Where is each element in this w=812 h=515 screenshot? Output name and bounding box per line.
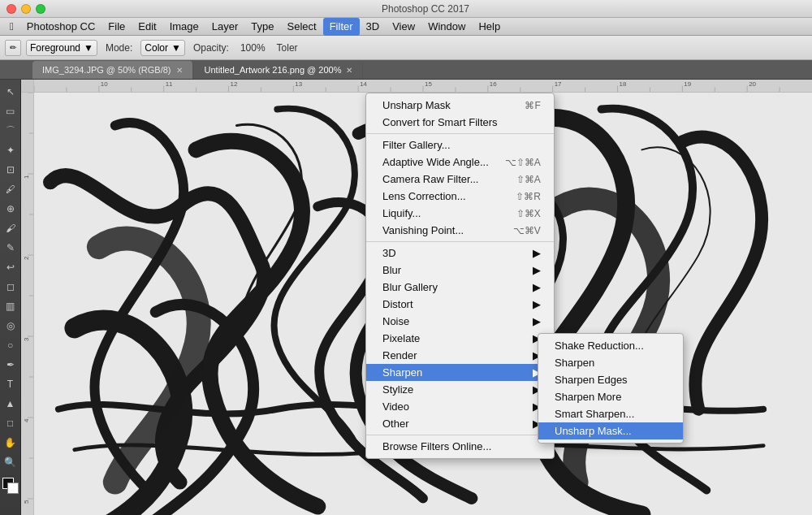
svg-text:1: 1 bbox=[23, 175, 30, 179]
tool-heal[interactable]: ⊕ bbox=[2, 200, 19, 218]
tool-move[interactable]: ↖ bbox=[2, 83, 19, 101]
filter-vanishing-point[interactable]: Vanishing Point... ⌥⌘V bbox=[366, 222, 554, 239]
tool-eraser[interactable]: ◻ bbox=[2, 278, 19, 296]
tool-pen[interactable]: ✒ bbox=[2, 356, 19, 374]
tool-shape[interactable]: □ bbox=[2, 414, 19, 432]
filter-blur-gallery[interactable]: Blur Gallery ▶ bbox=[366, 279, 554, 296]
tool-dodge[interactable]: ○ bbox=[2, 336, 19, 354]
tab-img3294[interactable]: IMG_3294.JPG @ 50% (RGB/8) ✕ bbox=[32, 61, 193, 79]
menu-view[interactable]: View bbox=[386, 18, 421, 36]
window-title: Photoshop CC 2017 bbox=[45, 3, 806, 15]
canvas-bg: Unsharp Mask ⌘F Convert for Smart Filter… bbox=[34, 93, 812, 515]
tool-blur[interactable]: ◎ bbox=[2, 317, 19, 335]
svg-text:12: 12 bbox=[230, 81, 237, 89]
separator-2 bbox=[366, 241, 554, 242]
main-area: ↖ ▭ ⌒ ✦ ⊡ 🖋 ⊕ 🖌 ✎ ↩ ◻ ▥ ◎ ○ ✒ T ▲ □ ✋ 🔍 bbox=[0, 80, 812, 515]
svg-text:16: 16 bbox=[490, 81, 497, 89]
filter-browse-online[interactable]: Browse Filters Online... bbox=[366, 438, 554, 455]
svg-text:17: 17 bbox=[555, 81, 562, 89]
filter-adaptive-wide[interactable]: Adaptive Wide Angle... ⌥⇧⌘A bbox=[366, 154, 554, 171]
tool-crop[interactable]: ⊡ bbox=[2, 161, 19, 179]
canvas-container: 10 11 12 13 14 15 16 17 18 19 20 bbox=[21, 80, 812, 515]
menu-file[interactable]: File bbox=[102, 18, 132, 36]
tab-close-img3294[interactable]: ✕ bbox=[176, 66, 183, 75]
tool-eyedropper[interactable]: 🖋 bbox=[2, 180, 19, 198]
ruler-corner bbox=[21, 80, 34, 93]
mode-select[interactable]: Color ▼ bbox=[140, 40, 185, 56]
ruler-vertical: 1 2 3 4 5 6 bbox=[21, 93, 34, 515]
filter-gallery[interactable]: Filter Gallery... bbox=[366, 136, 554, 154]
filter-sharpen[interactable]: Sharpen ▶ bbox=[366, 364, 554, 381]
filter-3d[interactable]: 3D ▶ bbox=[366, 245, 554, 262]
svg-text:5: 5 bbox=[23, 500, 30, 504]
menu-photoshop[interactable]: Photoshop CC bbox=[20, 18, 102, 36]
menu-select[interactable]: Select bbox=[281, 18, 323, 36]
maximize-button[interactable] bbox=[36, 4, 45, 14]
tool-clone[interactable]: ✎ bbox=[2, 239, 19, 257]
svg-text:11: 11 bbox=[166, 81, 173, 89]
foreground-select[interactable]: Foreground ▼ bbox=[26, 40, 97, 56]
tool-brush[interactable]: 🖌 bbox=[2, 219, 19, 237]
menu-3d[interactable]: 3D bbox=[360, 18, 387, 36]
tool-hand[interactable]: ✋ bbox=[2, 434, 19, 452]
menu-layer[interactable]: Layer bbox=[205, 18, 245, 36]
svg-rect-36 bbox=[21, 93, 34, 515]
mode-label: Mode: bbox=[102, 41, 136, 55]
opacity-label: Opacity: bbox=[190, 41, 232, 55]
separator-3 bbox=[366, 435, 554, 435]
tool-lasso[interactable]: ⌒ bbox=[2, 122, 19, 140]
filter-other[interactable]: Other ▶ bbox=[366, 415, 554, 432]
tool-gradient[interactable]: ▥ bbox=[2, 297, 19, 315]
tab-untitled[interactable]: Untitled_Artwork 216.png @ 200% ✕ bbox=[195, 61, 364, 79]
filter-liquify[interactable]: Liquify... ⇧⌘X bbox=[366, 205, 554, 222]
ruler-horizontal: 10 11 12 13 14 15 16 17 18 19 20 bbox=[34, 80, 812, 93]
filter-distort[interactable]: Distort ▶ bbox=[366, 296, 554, 313]
filter-lens-correction[interactable]: Lens Correction... ⇧⌘R bbox=[366, 188, 554, 205]
menu-apple[interactable]:  bbox=[3, 18, 20, 36]
tool-icon: ✏ bbox=[5, 40, 21, 56]
fg-bg-colors[interactable] bbox=[2, 478, 19, 494]
menu-help[interactable]: Help bbox=[472, 18, 507, 36]
svg-text:18: 18 bbox=[619, 81, 626, 89]
svg-text:13: 13 bbox=[295, 81, 302, 89]
tool-path-select[interactable]: ▲ bbox=[2, 395, 19, 413]
tool-magic-wand[interactable]: ✦ bbox=[2, 141, 19, 159]
menu-filter[interactable]: Filter bbox=[323, 18, 360, 36]
svg-text:19: 19 bbox=[684, 81, 691, 89]
tool-zoom[interactable]: 🔍 bbox=[2, 453, 19, 471]
filter-menu-dropdown[interactable]: Unsharp Mask ⌘F Convert for Smart Filter… bbox=[365, 93, 555, 459]
toler-label: Toler bbox=[274, 41, 301, 55]
close-button[interactable] bbox=[6, 4, 16, 14]
menu-window[interactable]: Window bbox=[421, 18, 472, 36]
filter-stylize[interactable]: Stylize ▶ bbox=[366, 381, 554, 398]
filter-pixelate[interactable]: Pixelate ▶ bbox=[366, 330, 554, 347]
filter-noise[interactable]: Noise ▶ bbox=[366, 313, 554, 330]
svg-text:3: 3 bbox=[23, 337, 30, 341]
opacity-value: 100% bbox=[237, 41, 269, 55]
tool-text[interactable]: T bbox=[2, 375, 19, 393]
svg-text:20: 20 bbox=[749, 81, 756, 89]
filter-video[interactable]: Video ▶ bbox=[366, 398, 554, 415]
menu-image[interactable]: Image bbox=[163, 18, 205, 36]
tabs-bar: IMG_3294.JPG @ 50% (RGB/8) ✕ Untitled_Ar… bbox=[0, 60, 812, 80]
window-controls bbox=[6, 4, 45, 14]
svg-text:14: 14 bbox=[360, 81, 368, 89]
minimize-button[interactable] bbox=[21, 4, 31, 14]
separator-1 bbox=[366, 133, 554, 134]
menu-type[interactable]: Type bbox=[244, 18, 280, 36]
menubar:  Photoshop CC File Edit Image Layer Typ… bbox=[0, 18, 812, 36]
filter-render[interactable]: Render ▶ bbox=[366, 347, 554, 364]
svg-text:10: 10 bbox=[101, 81, 108, 89]
canvas-top: 10 11 12 13 14 15 16 17 18 19 20 bbox=[21, 80, 812, 93]
options-bar: ✏ Foreground ▼ Mode: Color ▼ Opacity: 10… bbox=[0, 36, 812, 60]
filter-unsharp-mask[interactable]: Unsharp Mask ⌘F bbox=[366, 97, 554, 114]
filter-camera-raw[interactable]: Camera Raw Filter... ⇧⌘A bbox=[366, 171, 554, 188]
tool-history-brush[interactable]: ↩ bbox=[2, 258, 19, 276]
filter-blur[interactable]: Blur ▶ bbox=[366, 262, 554, 279]
tab-close-untitled[interactable]: ✕ bbox=[346, 66, 352, 75]
svg-text:15: 15 bbox=[425, 81, 432, 89]
filter-convert-smart[interactable]: Convert for Smart Filters bbox=[366, 114, 554, 131]
menu-edit[interactable]: Edit bbox=[132, 18, 162, 36]
left-toolbar: ↖ ▭ ⌒ ✦ ⊡ 🖋 ⊕ 🖌 ✎ ↩ ◻ ▥ ◎ ○ ✒ T ▲ □ ✋ 🔍 bbox=[0, 80, 21, 515]
tool-select-rect[interactable]: ▭ bbox=[2, 102, 19, 120]
